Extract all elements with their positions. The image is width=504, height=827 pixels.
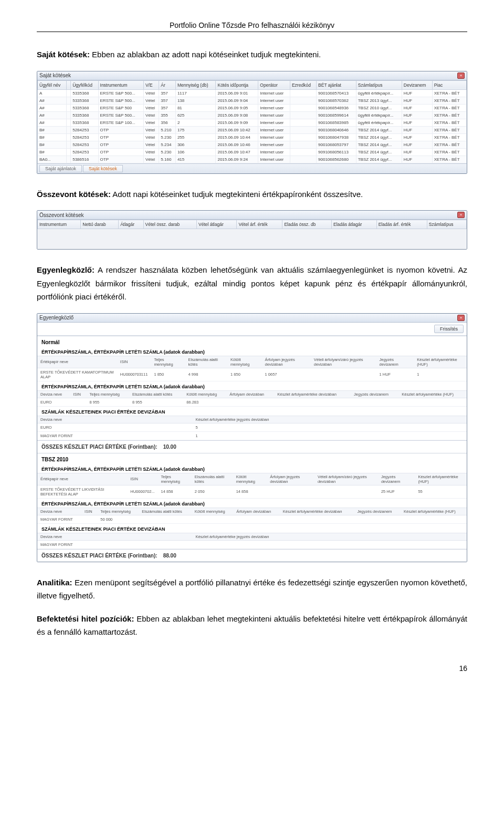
column-header[interactable]: Számlatípus bbox=[427, 220, 466, 229]
total-label: ÖSSZES KÉSZLET PIACI ÉRTÉKE (Forintban): bbox=[41, 444, 158, 450]
column-header[interactable]: Instrumentum bbox=[98, 80, 143, 89]
column-header[interactable]: Értékpapír neve bbox=[37, 473, 127, 485]
column-header[interactable] bbox=[171, 533, 192, 540]
column-header[interactable]: Teljes mennyiség bbox=[86, 390, 129, 398]
column-header[interactable]: Kötött mennyiség bbox=[233, 473, 267, 485]
table-row[interactable]: BA0...5386516OTPVétel5.1604152015.06.09 … bbox=[38, 156, 467, 163]
table-row[interactable]: EURO8 9558 95586.283 bbox=[37, 398, 467, 406]
table-cell: Internet user bbox=[258, 111, 290, 119]
column-header[interactable]: Jegyzés devizanem bbox=[354, 508, 401, 515]
bold-analitika: Analitika: bbox=[37, 578, 72, 587]
table-row[interactable]: B#5284253OTPVétel5.2343062015.06.09 10:4… bbox=[38, 141, 467, 148]
tab-sajat-ajanlatok[interactable]: Saját ajánlatok bbox=[39, 165, 82, 172]
column-header[interactable]: Kötött mennyiség bbox=[183, 390, 226, 398]
column-header[interactable]: Készlet árfolyamértéke (HUF) bbox=[401, 508, 467, 515]
column-header[interactable]: Készlet árfolyamértéke (HUF) bbox=[415, 473, 467, 485]
column-header[interactable]: Árfolyam jegyzés devizában bbox=[267, 473, 314, 485]
close-icon[interactable]: × bbox=[457, 73, 465, 79]
column-header[interactable]: Árfolyam jegyzés devizában bbox=[262, 356, 311, 368]
column-header[interactable]: Ügyfélkód bbox=[71, 80, 98, 89]
column-header[interactable]: Készlet árfolyamértéke jegyzés devizában bbox=[192, 533, 467, 540]
column-header[interactable]: Készlet árfolyamértéke (HUF) bbox=[398, 390, 467, 398]
column-header[interactable]: Vétel átlagár bbox=[197, 220, 237, 229]
table-cell: XETRA - BÉT bbox=[432, 126, 466, 133]
table-row[interactable]: A5335368ERSTE S&P 500...Vétel35711172015… bbox=[38, 89, 467, 97]
close-icon[interactable]: × bbox=[457, 212, 465, 218]
column-header[interactable]: BÉT ajánlat bbox=[317, 80, 356, 89]
column-header[interactable]: Vételi árfolyam/záró jegyzés devizában bbox=[314, 473, 378, 485]
group-ertekpapir-db-3: ÉRTÉKPAPÍRSZÁMLA, ÉRTÉKPAPÍR LETÉTI SZÁM… bbox=[37, 464, 467, 473]
column-header[interactable]: Elszámolás alatti kötés bbox=[129, 390, 183, 398]
column-header[interactable]: Kötés időpontja bbox=[216, 80, 258, 89]
table-cell bbox=[67, 97, 71, 104]
column-header[interactable]: Teljes mennyiség bbox=[97, 508, 139, 515]
table-row[interactable]: MAGYAR FORINT50 000 bbox=[37, 515, 467, 523]
table-row[interactable]: A#5335368ERSTE S&P 100...Vétel35622015.0… bbox=[38, 119, 467, 126]
table-row[interactable]: A#5335368ERSTE S&P 500...Vétel3571382015… bbox=[38, 97, 467, 104]
column-header[interactable]: Ár bbox=[159, 80, 176, 89]
column-header[interactable]: ISIN bbox=[81, 508, 97, 515]
column-header[interactable]: Jegyzés devizanem bbox=[376, 356, 414, 368]
column-header[interactable]: Számlatípus bbox=[356, 80, 402, 89]
egy-table-1: Értékpapír neveISINTeljes mennyiségElszá… bbox=[37, 356, 467, 381]
column-header[interactable]: Deviza neve bbox=[37, 416, 171, 423]
column-header[interactable]: Készlet árfolyamértéke (HUF) bbox=[414, 356, 467, 368]
section-tbsz: TBSZ 2010 bbox=[37, 453, 467, 464]
column-header[interactable]: Vételi árfolyam/záró jegyzés devizában bbox=[311, 356, 376, 368]
column-header[interactable]: Eladás össz. db bbox=[282, 220, 332, 229]
column-header[interactable]: Kötött mennyiség bbox=[227, 356, 262, 368]
column-header[interactable]: Deviza neve bbox=[37, 508, 81, 515]
column-header[interactable]: Devizanem bbox=[402, 80, 432, 89]
column-header[interactable]: Eladás átlagár bbox=[332, 220, 377, 229]
column-header[interactable]: Deviza neve bbox=[37, 390, 70, 398]
refresh-button[interactable]: Frissítés bbox=[434, 325, 464, 333]
column-header[interactable]: Nettó darab bbox=[81, 220, 119, 229]
column-header[interactable]: Deviza neve bbox=[37, 533, 171, 540]
column-header[interactable]: Árfolyam devizában bbox=[226, 390, 274, 398]
table-row[interactable]: A#5335368ERSTE S&P 500Vétel357812015.06.… bbox=[38, 104, 467, 111]
table-row[interactable]: B#5284253OTPVétel5.2301062015.06.09 10:4… bbox=[38, 148, 467, 156]
column-header[interactable]: Értékpapír neve bbox=[37, 356, 117, 368]
column-header[interactable]: V/E bbox=[143, 80, 159, 89]
tab-sajat-kotesek[interactable]: Saját kötések bbox=[83, 165, 123, 172]
table-row[interactable]: ERSTE TŐKEVÉDETT KAMATOPTIMUM ALAPHU0000… bbox=[37, 368, 467, 381]
column-header[interactable]: Instrumentum bbox=[38, 220, 81, 229]
close-icon[interactable]: × bbox=[457, 315, 465, 321]
column-header[interactable]: Teljes mennyiség bbox=[158, 473, 192, 485]
column-header[interactable]: Vétel össz. darab bbox=[143, 220, 197, 229]
column-header[interactable]: Ezredkód bbox=[290, 80, 316, 89]
table-cell: EURO bbox=[37, 398, 70, 406]
column-header[interactable]: Elszámolás alatti kötés bbox=[192, 473, 233, 485]
column-header[interactable]: Ügyfél név bbox=[38, 80, 67, 89]
column-header[interactable] bbox=[67, 80, 71, 89]
column-header[interactable]: Mennyiség (db) bbox=[175, 80, 216, 89]
table-cell bbox=[290, 97, 316, 104]
column-header[interactable]: Operátor bbox=[258, 80, 290, 89]
column-header[interactable]: Készlet árfolyamértéke devizában bbox=[274, 390, 351, 398]
table-row[interactable]: B#5284253OTPVétel5.2101752015.06.09 10:4… bbox=[38, 126, 467, 133]
column-header[interactable]: Piac bbox=[432, 80, 466, 89]
table-row[interactable]: MAGYAR FORINT1 bbox=[37, 431, 467, 440]
column-header[interactable]: Kötött mennyiség bbox=[192, 508, 234, 515]
column-header[interactable]: Készlet árfolyamértéke devizában bbox=[280, 508, 354, 515]
column-header[interactable]: Vétel árf. érték bbox=[237, 220, 282, 229]
table-row[interactable]: ERSTE TŐKEVÉDETT LIKVIDITÁSI BEFEKTETÉSI… bbox=[37, 485, 467, 498]
table-row[interactable]: EURO5 bbox=[37, 423, 467, 431]
column-header[interactable]: Készlet árfolyamértéke jegyzés devizában bbox=[192, 416, 467, 423]
column-header[interactable]: ISIN bbox=[127, 473, 158, 485]
table-row[interactable]: B#5284253OTPVétel5.2302552015.06.09 10:4… bbox=[38, 133, 467, 141]
column-header[interactable]: Átlagár bbox=[119, 220, 143, 229]
column-header[interactable]: ISIN bbox=[70, 390, 86, 398]
tabs: Saját ajánlatok Saját kötések bbox=[37, 163, 467, 173]
column-header[interactable]: Jegyzés devizanem bbox=[351, 390, 398, 398]
column-header[interactable]: Elszámolás alatti kötés bbox=[139, 508, 191, 515]
column-header[interactable]: Elszámolás alatti kötés bbox=[185, 356, 228, 368]
column-header[interactable]: Teljes mennyiség bbox=[151, 356, 185, 368]
column-header[interactable]: Jegyzés devizanem bbox=[378, 473, 415, 485]
column-header[interactable]: Árfolyam devizában bbox=[233, 508, 280, 515]
column-header[interactable] bbox=[171, 416, 192, 423]
column-header[interactable]: Eladás árf. érték bbox=[376, 220, 427, 229]
column-header[interactable]: ISIN bbox=[117, 356, 151, 368]
table-row[interactable]: MAGYAR FORINT bbox=[37, 540, 467, 549]
table-row[interactable]: A#5335368ERSTE S&P 500...Vétel3556252015… bbox=[38, 111, 467, 119]
